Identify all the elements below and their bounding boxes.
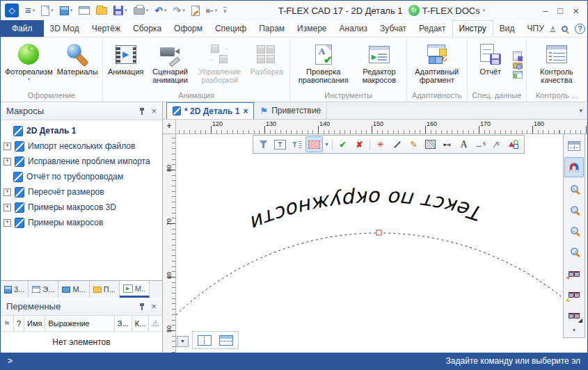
save-button[interactable]: ▾ [113,3,128,18]
materials-button[interactable]: Материалы [55,40,100,90]
selection-mode-dropdown[interactable]: ▾ [324,141,330,147]
leader-button[interactable]: ∕⁵ [489,137,505,152]
sketch-button[interactable]: ✎ [406,137,422,152]
expand-icon[interactable]: + [3,143,11,150]
qat-overflow-button[interactable]: ▾ [223,3,228,18]
undo-button[interactable]: ↶▾ [154,3,167,18]
document-tab-active[interactable]: * 2D Деталь 1 × [166,102,254,119]
panel-tab-macros[interactable]: ▶М.. [120,281,150,298]
close-icon[interactable]: × [151,107,157,115]
window-style-button[interactable] [78,3,90,18]
redo-button[interactable]: ↷▾ [173,3,186,18]
close-tab-icon[interactable]: × [243,106,248,116]
filter-window-button[interactable] [272,137,288,152]
tab-cnc[interactable]: ЧПУ [521,20,550,37]
zoom-selection-button[interactable]: ⌐ [565,221,583,240]
tree-item[interactable]: Отчёт по трубопроводам [3,169,162,184]
column-flag[interactable]: ⚑ [1,316,14,331]
text-anchor-node[interactable] [376,230,381,235]
zoom-all-button[interactable]: ▯ [565,179,583,198]
dimension-button[interactable]: ↔⁵ [472,137,488,152]
pin-icon[interactable] [139,107,145,115]
column-comment[interactable]: К... [132,316,150,331]
split-vertical-button[interactable] [196,334,214,346]
text-button[interactable]: A [456,137,472,152]
selection-rectangle-button[interactable] [305,136,323,152]
column-value[interactable]: З... [115,316,132,331]
zoom-sheet-button[interactable]: ◿ [565,242,583,261]
snap-magnet-button[interactable] [564,157,584,177]
tab-edit[interactable]: Редакт [413,20,452,37]
display-options-button[interactable]: ◢ [565,305,583,323]
tree-item[interactable]: +Примеры макросов 3D [3,200,162,215]
expand-icon[interactable]: + [3,219,11,227]
photorealism-button[interactable]: Фотореализм ▾ [3,40,55,90]
curved-text[interactable]: Текст по окружности [247,186,486,235]
tab-annotate[interactable]: Оформ [168,20,209,37]
tab-list-dropdown[interactable]: ▾ [579,107,587,114]
ruler-origin-button[interactable]: + [163,120,176,134]
tflex-docs-button[interactable]: ↻ T-FLEX DOCs ▾ [408,5,486,16]
go-to-start-button[interactable]: ⇤▾ [205,3,218,18]
animation-button[interactable]: ▶ Анимация [105,40,147,90]
expand-icon[interactable]: + [3,188,11,196]
help-button[interactable]: ?▾ [574,21,588,36]
node-button[interactable]: ⊷ [439,137,455,152]
construction-circle-arc[interactable] [176,233,561,315]
maximize-button[interactable]: □ [557,6,563,16]
hide-construction-button[interactable]: × [565,263,583,282]
tab-analysis[interactable]: Анализ [333,20,374,37]
macro-editor-button[interactable]: ▶ Редактор макросов [354,40,404,90]
export-image-icon[interactable] [513,51,522,61]
vertical-ruler[interactable]: 80 70 60 50 [163,134,176,353]
collapse-ribbon-button[interactable]: ∧ [550,25,555,32]
search-icon[interactable] [562,26,568,32]
tree-item[interactable]: 2D Деталь 1 [3,123,162,138]
close-icon[interactable]: × [151,303,157,311]
minimize-button[interactable]: – [543,6,548,16]
construction-lines-button[interactable]: ✳ [372,137,388,152]
quality-control-button[interactable]: Контроль качества [529,40,585,90]
column-name[interactable]: Имя [24,316,45,331]
split-horizontal-button[interactable] [217,334,235,346]
line-button[interactable] [389,137,405,152]
tab-measure[interactable]: Измере [291,20,333,37]
spell-check-button[interactable]: A✔ Проверка правописания [292,40,354,90]
tab-bom[interactable]: Специф [209,20,253,37]
tree-item[interactable]: +Исправление проблем импорта [3,154,162,169]
animation-scenario-button[interactable]: Сценарий анимации [147,40,194,90]
tab-view[interactable]: Вид [493,20,521,37]
cancel-filter-button[interactable]: ✘ [351,137,367,152]
filter-list-button[interactable] [289,137,305,152]
command-prompt-chevron[interactable]: > [8,356,13,366]
panel-tab-elements[interactable]: Э... [29,281,58,298]
report-button[interactable]: Отчёт [470,40,511,90]
drawing-canvas[interactable]: Текст по окружности ▾ ✔ ✘ [176,134,587,353]
tree-item[interactable]: +Пересчёт размеров [3,184,162,200]
panel-tab-model[interactable]: М... [58,281,89,298]
panel-tab-3d[interactable]: 3... [1,281,29,298]
tab-file[interactable]: Файл [1,20,44,37]
expand-icon[interactable]: + [3,158,11,166]
new-3d-document-button[interactable]: ▾ [59,3,74,18]
filter-settings-button[interactable] [255,137,271,152]
tree-item[interactable]: +Импорт нескольких файлов [3,138,162,154]
pin-icon[interactable] [139,303,145,311]
preview-image-icon[interactable] [513,71,523,79]
column-warn[interactable]: ⚠ [149,316,162,331]
apply-filter-button[interactable]: ✔ [335,137,351,152]
camera-snapshot-icon[interactable] [513,63,523,69]
open-button[interactable] [95,3,108,18]
tree-item[interactable]: +Примеры макросов [3,215,162,230]
menu-button[interactable]: ≡▾ [24,3,35,18]
print-button[interactable]: ▾ [133,3,150,18]
close-button[interactable]: × [573,5,579,17]
symbols-button[interactable] [506,137,522,152]
document-tab-welcome[interactable]: ⚑ Приветствие [254,102,327,119]
adaptive-fragment-button[interactable]: ↻ Адаптивный фрагмент [409,40,465,90]
new-document-button[interactable]: ▾ [40,3,54,18]
tab-assembly[interactable]: Сборка [127,20,168,37]
tab-3d-model[interactable]: 3D Мод [44,20,86,37]
toolbar-scroll-down[interactable]: ▾ [565,325,583,335]
hatch-button[interactable] [422,137,438,152]
